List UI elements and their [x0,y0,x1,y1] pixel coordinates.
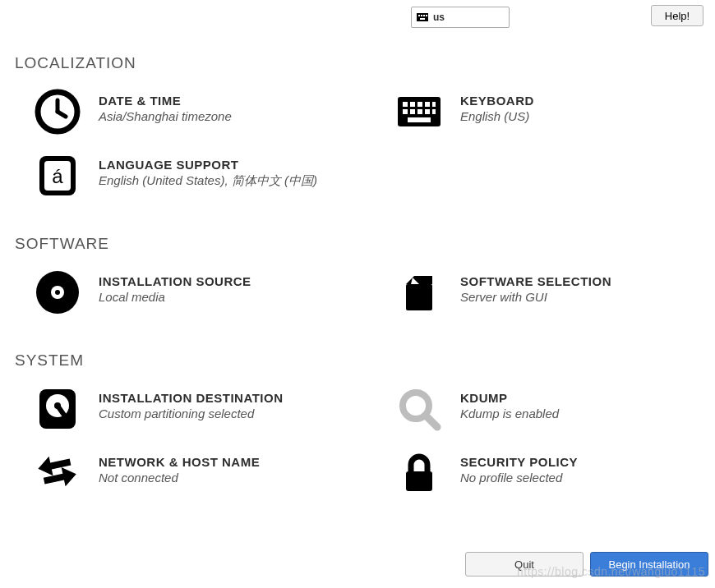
section-heading-system: SYSTEM [15,351,700,370]
spoke-status: No profile selected [460,471,578,485]
spoke-title: KEYBOARD [460,94,534,108]
spoke-status: Server with GUI [460,290,611,304]
spoke-status: Custom partitioning selected [99,407,283,420]
spoke-title: SOFTWARE SELECTION [460,274,611,288]
svg-rect-4 [403,102,408,107]
spoke-installation-destination[interactable]: INSTALLATION DESTINATION Custom partitio… [15,381,376,445]
spoke-keyboard[interactable]: KEYBOARD English (US) [376,84,700,148]
svg-rect-12 [425,109,430,114]
lock-icon [396,450,442,496]
disc-icon [35,269,81,315]
svg-rect-6 [417,102,422,107]
spoke-status: Asia/Shanghai timezone [99,109,232,123]
spoke-network[interactable]: NETWORK & HOST NAME Not connected [15,445,376,509]
spoke-title: INSTALLATION SOURCE [99,274,251,288]
clock-icon [35,89,81,135]
spoke-software-selection[interactable]: SOFTWARE SELECTION Server with GUI [376,264,700,328]
svg-rect-14 [408,117,431,122]
quit-button[interactable]: Quit [465,552,584,577]
keyboard-large-icon [396,89,442,135]
svg-rect-29 [406,471,432,491]
svg-rect-10 [410,109,415,114]
section-heading-software: SOFTWARE [15,235,700,253]
network-arrows-icon [35,450,81,496]
spoke-security-policy[interactable]: SECURITY POLICY No profile selected [376,445,700,509]
svg-rect-8 [432,102,436,107]
spoke-title: SECURITY POLICY [460,455,578,469]
svg-marker-22 [406,276,432,284]
spoke-status: English (US) [460,109,534,123]
svg-rect-13 [432,109,436,114]
svg-line-2 [58,112,66,117]
package-icon [396,269,442,315]
spoke-installation-source[interactable]: INSTALLATION SOURCE Local media [15,264,376,328]
spoke-title: KDUMP [460,391,559,405]
harddisk-icon [35,386,81,432]
keyboard-icon [417,13,428,21]
svg-rect-21 [406,284,432,310]
svg-line-28 [426,416,437,427]
spoke-status: Not connected [99,471,260,485]
section-heading-localization: LOCALIZATION [15,54,700,72]
spoke-status: English (United States), 简体中文 (中国) [99,173,317,189]
keyboard-layout-label: us [433,11,445,23]
spoke-date-time[interactable]: DATE & TIME Asia/Shanghai timezone [15,84,376,148]
svg-rect-7 [425,102,430,107]
help-button[interactable]: Help! [651,5,703,26]
spoke-title: INSTALLATION DESTINATION [99,391,283,405]
spoke-title: NETWORK & HOST NAME [99,455,260,469]
svg-rect-11 [417,109,422,114]
spoke-title: LANGUAGE SUPPORT [99,158,317,172]
svg-point-20 [55,290,60,295]
language-icon: á [35,153,81,199]
spoke-language-support[interactable]: á LANGUAGE SUPPORT English (United State… [15,148,376,212]
spoke-status: Kdump is enabled [460,407,559,420]
keyboard-layout-indicator[interactable]: us [411,7,510,28]
svg-rect-5 [410,102,415,107]
begin-installation-button[interactable]: Begin Installation [590,552,708,577]
svg-rect-9 [403,109,408,114]
spoke-kdump[interactable]: KDUMP Kdump is enabled [376,381,700,445]
magnify-icon [396,386,442,432]
spoke-status: Local media [99,290,251,304]
spoke-title: DATE & TIME [99,94,232,108]
svg-text:á: á [52,165,63,187]
